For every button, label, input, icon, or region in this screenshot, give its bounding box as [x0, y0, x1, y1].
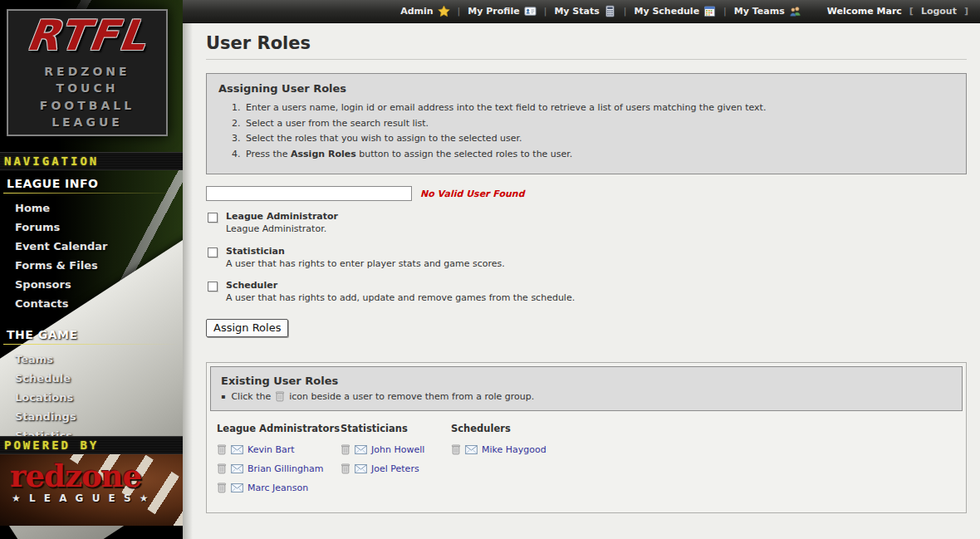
role-description: A user that has rights to add, update an… [226, 292, 575, 305]
role-name: Scheduler [226, 280, 575, 292]
user-row: Mike Haygood [451, 443, 956, 455]
email-user-icon[interactable] [465, 445, 478, 454]
menu-my-profile[interactable]: My Profile [468, 5, 536, 17]
star-icon [438, 5, 450, 17]
scheduler-checkbox[interactable] [208, 282, 218, 292]
instruction-step: Select a user from the search result lis… [243, 118, 954, 129]
sidebar-item-sponsors[interactable]: Sponsors [0, 275, 183, 294]
calendar-icon [703, 5, 716, 17]
assigning-user-roles-box: Assigning User Roles Enter a users name,… [206, 73, 967, 174]
remove-user-icon[interactable] [217, 482, 227, 493]
divider [206, 59, 967, 60]
role-option-league-administrator: League Administrator League Administrato… [206, 211, 967, 236]
separator: | [723, 6, 727, 17]
step-bold-text: Assign Roles [291, 149, 356, 159]
welcome-text: Welcome Marc [827, 6, 902, 17]
logo-line: LEAGUE [51, 114, 123, 130]
sidebar-item-home[interactable]: Home [0, 198, 183, 218]
user-search-row: No Valid User Found [206, 186, 967, 201]
redzone-leagues-logo[interactable]: redzone ★ L E A G U E S ★ [0, 454, 183, 526]
group-icon [789, 5, 801, 17]
remove-user-icon[interactable] [341, 463, 350, 474]
role-name: Statistician [226, 246, 505, 258]
divider [3, 344, 179, 345]
assign-box-heading: Assigning User Roles [218, 82, 954, 95]
logo-acronym: RTFL [24, 15, 149, 56]
user-row: Brian Gillingham [217, 463, 341, 474]
menu-my-stats-label: My Stats [554, 6, 599, 17]
existing-box-heading: Existing User Roles [221, 375, 952, 387]
sidebar: RTFL REDZONE TOUCH FOOTBALL LEAGUE NAVIG… [0, 0, 183, 539]
statistician-checkbox[interactable] [208, 247, 218, 257]
remove-user-icon[interactable] [341, 443, 350, 455]
bin-icon [275, 390, 285, 402]
redzone-leagues-text: ★ L E A G U E S ★ [12, 492, 151, 504]
sidebar-item-teams[interactable]: Teams [0, 350, 183, 369]
remove-user-icon[interactable] [217, 463, 227, 474]
navigation-led-banner: NAVIGATION [0, 152, 183, 170]
user-link[interactable]: John Howell [371, 444, 424, 455]
role-option-statistician: Statistician A user that has rights to e… [206, 246, 967, 271]
user-link[interactable]: Mike Haygood [482, 444, 546, 455]
group-statisticians: Statisticians John Howell Joel Peters [341, 423, 451, 501]
menu-my-profile-label: My Profile [468, 6, 519, 17]
existing-user-roles-box: Existing User Roles ▪ Click the icon bes… [206, 362, 967, 513]
logo-line: TOUCH [56, 80, 119, 96]
group-title: League Administrators [217, 423, 341, 434]
redzone-logo-text: redzone [10, 461, 141, 492]
separator: | [624, 6, 627, 17]
remove-instruction: ▪ Click the icon beside a user to remove… [221, 390, 952, 402]
menu-my-teams-label: My Teams [734, 6, 785, 17]
page-title: User Roles [206, 30, 967, 59]
menu-my-schedule[interactable]: My Schedule [634, 5, 716, 17]
sidebar-menu: LEAGUE INFO Home Forums Event Calendar F… [0, 172, 183, 445]
calculator-icon [604, 5, 616, 17]
sidebar-item-forms-files[interactable]: Forms & Files [0, 256, 183, 275]
remove-user-icon[interactable] [451, 443, 461, 455]
sidebar-item-forums[interactable]: Forums [0, 218, 183, 237]
user-link[interactable]: Marc Jeanson [247, 483, 308, 493]
remove-user-icon[interactable] [217, 443, 227, 455]
email-user-icon[interactable] [355, 464, 367, 473]
sidebar-item-schedule[interactable]: Schedule [0, 369, 183, 388]
menu-my-stats[interactable]: My Stats [554, 5, 615, 17]
role-description: A user that has rights to enter player s… [226, 258, 505, 271]
bracket: ] [964, 6, 968, 17]
user-row: Joel Peters [341, 463, 451, 474]
sidebar-item-locations[interactable]: Locations [0, 388, 183, 407]
logo-line: FOOTBALL [40, 97, 135, 114]
user-search-input[interactable] [206, 186, 412, 201]
sidebar-section-league-info: LEAGUE INFO [0, 172, 183, 192]
assign-roles-button[interactable]: Assign Roles [206, 319, 288, 337]
sidebar-item-event-calendar[interactable]: Event Calendar [0, 237, 183, 256]
user-link[interactable]: Joel Peters [371, 463, 419, 474]
user-row: Kevin Bart [217, 443, 341, 455]
user-row: John Howell [341, 443, 451, 455]
group-league-administrators: League Administrators Kevin Bart Brian G… [217, 423, 341, 501]
user-row: Marc Jeanson [217, 482, 341, 493]
main-content: User Roles Assigning User Roles Enter a … [183, 23, 980, 539]
league-logo[interactable]: RTFL REDZONE TOUCH FOOTBALL LEAGUE [7, 9, 168, 136]
user-link[interactable]: Brian Gillingham [247, 463, 323, 474]
sidebar-section-the-game: THE GAME [0, 323, 183, 343]
menu-my-teams[interactable]: My Teams [734, 5, 801, 17]
email-user-icon[interactable] [355, 445, 367, 454]
email-user-icon[interactable] [231, 483, 243, 492]
powered-by-led-banner: POWERED BY [0, 436, 183, 454]
sidebar-item-standings[interactable]: Standings [0, 407, 183, 426]
group-title: Schedulers [451, 423, 956, 434]
note-text: icon beside a user to remove them from a… [289, 391, 534, 402]
logout-link[interactable]: Logout [921, 6, 957, 17]
instruction-step: Press the Assign Roles button to assign … [243, 149, 954, 159]
user-link[interactable]: Kevin Bart [247, 444, 295, 455]
email-user-icon[interactable] [231, 464, 243, 473]
separator: | [458, 6, 461, 17]
group-title: Statisticians [341, 423, 451, 434]
league-administrator-checkbox[interactable] [208, 213, 218, 223]
menu-admin[interactable]: Admin [400, 5, 449, 17]
email-user-icon[interactable] [231, 445, 243, 454]
no-valid-user-message: No Valid User Found [420, 189, 525, 199]
divider [3, 193, 179, 194]
separator: | [544, 6, 547, 17]
sidebar-item-contacts[interactable]: Contacts [0, 294, 183, 313]
